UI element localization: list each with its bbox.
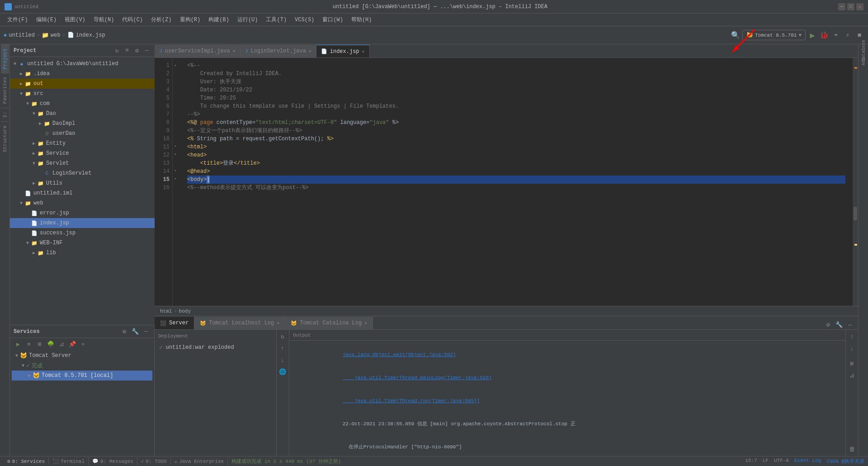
- tree-item-dao[interactable]: ▼ 📁 Dao: [10, 109, 155, 119]
- tree-item-webinf[interactable]: ▼ 📁 WEB-INF: [10, 238, 155, 248]
- services-list-icon[interactable]: ≡: [24, 340, 33, 349]
- btab-close-catalina[interactable]: ✕: [364, 320, 367, 326]
- profile-button[interactable]: ⚡: [843, 30, 853, 40]
- menu-vcs[interactable]: VCS(S): [291, 16, 318, 24]
- tree-item-out[interactable]: ▶ 📁 out: [10, 79, 155, 89]
- btab-close-localhost[interactable]: ✕: [277, 320, 279, 326]
- close-button[interactable]: ✕: [856, 3, 863, 10]
- menu-refactor[interactable]: 重构(R): [176, 15, 204, 24]
- minimize-button[interactable]: —: [838, 3, 845, 10]
- sidebar-tab-structure[interactable]: Structure: [1, 121, 9, 156]
- tab-userserviceimpl[interactable]: J userServiceImpl.java ✕: [155, 45, 241, 57]
- breadcrumb-project[interactable]: ◆: [4, 32, 7, 38]
- sidebar-tab-2[interactable]: 2:: [1, 108, 9, 121]
- fold-marker-11[interactable]: ▾: [173, 143, 178, 149]
- tab-index-jsp[interactable]: 📄 index.jsp ✕: [316, 45, 370, 57]
- tab-loginservlet[interactable]: J LoginServlet.java ✕: [241, 45, 316, 57]
- services-pin-icon[interactable]: 📌: [68, 340, 77, 349]
- tab-close-loginservlet[interactable]: ✕: [309, 48, 311, 54]
- svc-item-tomcat-server[interactable]: ▼ 🐱 Tomcat Server: [12, 351, 152, 361]
- stop-button[interactable]: ■: [854, 30, 864, 40]
- maximize-button[interactable]: □: [847, 3, 854, 10]
- right-tab-database[interactable]: Database: [859, 46, 868, 55]
- code-editor[interactable]: 1 2 3 4 5 6 7 8 9 10 11 12 13 14 15 16: [155, 58, 858, 306]
- debug-button[interactable]: 🐞: [819, 30, 829, 40]
- out-link-2[interactable]: java.util.TimerThread.mainLoop(Timer.jav…: [343, 375, 492, 380]
- out-link-3[interactable]: java.util.TimerThread.run(Timer.java:505…: [343, 398, 480, 404]
- menu-edit[interactable]: 编辑(E): [33, 15, 61, 24]
- collapse-icon[interactable]: ≡: [123, 47, 131, 55]
- menu-file[interactable]: 文件(F): [4, 15, 32, 24]
- tree-item-idea[interactable]: ▶ 📁 .idea: [10, 69, 155, 79]
- tree-item-lib[interactable]: ▶ 📁 lib: [10, 248, 155, 258]
- out-link-1[interactable]: java.lang.Object.wait(Object.java:502): [343, 352, 456, 357]
- bottom-settings-icon[interactable]: ⚙: [824, 320, 833, 329]
- csdn-link[interactable]: CSDN @执手天涯: [826, 458, 864, 465]
- output-copy-icon[interactable]: ⊞: [847, 359, 857, 369]
- output-content[interactable]: java.lang.Object.wait(Object.java:502) j…: [289, 341, 845, 456]
- run-button[interactable]: ▶: [807, 30, 817, 40]
- services-add-icon[interactable]: +: [79, 340, 88, 349]
- menu-window[interactable]: 窗口(W): [319, 15, 347, 24]
- menu-analyze[interactable]: 分析(Z): [147, 15, 175, 24]
- sidebar-tab-favorites[interactable]: Favorites: [1, 73, 9, 107]
- fold-marker-14[interactable]: ▾: [173, 168, 178, 173]
- tree-item-entity[interactable]: ▶ 📁 Entity: [10, 138, 155, 148]
- run-config-selector[interactable]: 🐱 Tomcat 8.5.701 ▼: [742, 30, 806, 40]
- panel-tab-terminal[interactable]: ⬛ Terminal: [49, 457, 89, 465]
- output-settings-icon[interactable]: 🗑: [847, 444, 857, 454]
- panel-tab-java-enterprise[interactable]: ☕ Java Enterprise: [171, 457, 228, 465]
- tree-item-daoimpl[interactable]: ▶ 📁 DaoImpl: [10, 119, 155, 128]
- tree-item-servlet[interactable]: ▼ 📁 Servlet: [10, 158, 155, 168]
- tree-item-iml[interactable]: 📄 untitled.iml: [10, 188, 155, 198]
- tree-item-src[interactable]: ▼ 📁 src: [10, 89, 155, 99]
- services-hide-icon[interactable]: —: [142, 327, 151, 336]
- tree-item-utils[interactable]: ▶ 📁 Utils: [10, 178, 155, 188]
- menu-navigate[interactable]: 导航(N): [90, 15, 118, 24]
- menu-tools[interactable]: 工具(T): [262, 15, 290, 24]
- panel-tab-todo[interactable]: ✓ 6: TODO: [137, 457, 171, 465]
- sync-icon[interactable]: ↻: [113, 47, 121, 55]
- menu-run[interactable]: 运行(U): [234, 15, 262, 24]
- svc-item-tomcat-local[interactable]: ▶ 🐱 Tomcat 8.5.701 [local]: [12, 371, 152, 380]
- settings-icon[interactable]: ⚙: [133, 47, 141, 55]
- event-log-link[interactable]: Event Log: [794, 458, 821, 465]
- menu-help[interactable]: 帮助(H): [348, 15, 376, 24]
- tab-close-userserviceimpl[interactable]: ✕: [233, 48, 236, 54]
- coverage-button[interactable]: ☂: [831, 30, 841, 40]
- panel-tab-services[interactable]: ⚙ 8: Services: [4, 457, 49, 465]
- menu-build[interactable]: 构建(B): [205, 15, 233, 24]
- btab-catalina-log[interactable]: 🐱 Tomcat Catalina Log ✕: [285, 317, 373, 329]
- deploy-reload-icon[interactable]: ↻: [278, 332, 288, 342]
- btab-server[interactable]: ⬛ Server: [155, 317, 194, 329]
- deploy-download-icon[interactable]: ↓: [278, 355, 288, 365]
- fold-marker-12[interactable]: ▾: [173, 152, 178, 157]
- menu-code[interactable]: 代码(C): [118, 15, 146, 24]
- services-gear-icon[interactable]: 🔧: [131, 327, 140, 336]
- sidebar-tab-project[interactable]: Project: [1, 44, 9, 73]
- tree-item-untitled[interactable]: ▼ ◆ untitled G:\JavaWeb\untitled: [10, 59, 155, 69]
- panel-tab-messages[interactable]: 💬 0: Messages: [89, 457, 137, 465]
- tree-item-com[interactable]: ▼ 📁 com: [10, 99, 155, 109]
- scroll-thumb[interactable]: [854, 207, 857, 220]
- tree-item-userdao[interactable]: ① userDao: [10, 128, 155, 138]
- services-tree-icon[interactable]: 🌳: [46, 340, 55, 349]
- output-scroll-up-icon[interactable]: ↑: [847, 332, 857, 342]
- tree-item-success-jsp[interactable]: 📄 success.jsp: [10, 228, 155, 238]
- tree-item-loginservlet[interactable]: C LoginServlet: [10, 168, 155, 178]
- services-run-icon[interactable]: ▶: [14, 340, 23, 349]
- tree-item-index-jsp[interactable]: 📄 index.jsp: [10, 218, 155, 228]
- tree-item-service[interactable]: ▶ 📁 Service: [10, 148, 155, 158]
- bottom-hide-icon[interactable]: —: [845, 320, 854, 329]
- menu-view[interactable]: 视图(V): [61, 15, 89, 24]
- output-scroll-down-icon[interactable]: ↓: [847, 343, 857, 353]
- services-filter-icon[interactable]: ⊿: [57, 340, 66, 349]
- tree-item-web[interactable]: ▼ 📁 web: [10, 198, 155, 208]
- bottom-gear-icon[interactable]: 🔧: [835, 320, 844, 329]
- output-filter-icon[interactable]: ⊿: [847, 371, 857, 380]
- fold-marker-15[interactable]: ▾: [173, 176, 178, 181]
- fold-marker-1[interactable]: ▾: [173, 63, 178, 68]
- right-tab-ant[interactable]: Ant: [859, 57, 868, 66]
- deploy-upload-icon[interactable]: ↑: [278, 343, 288, 353]
- deploy-browse-icon[interactable]: 🌐: [278, 367, 288, 377]
